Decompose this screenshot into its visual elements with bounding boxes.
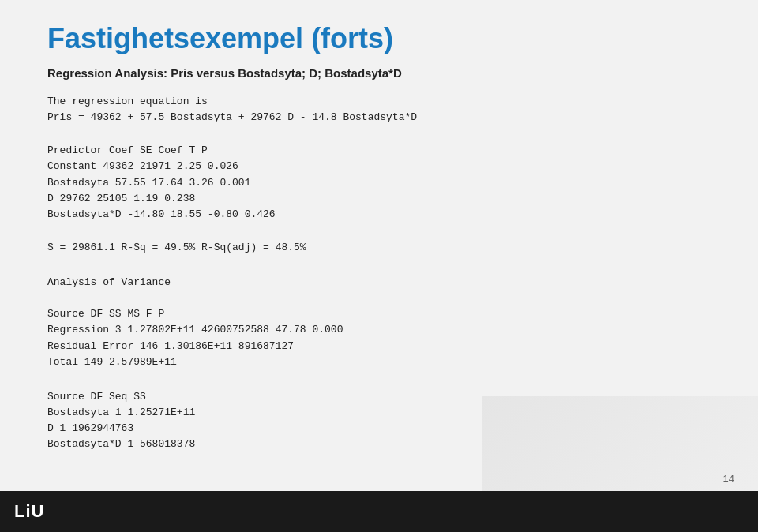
anova-row-2: Total 149 2.57989E+11 — [47, 354, 711, 370]
anova-table-header: Source DF SS MS F P — [47, 306, 711, 322]
page: Fastighetsexempel (forts) Regression Ana… — [0, 0, 758, 532]
seq-row-2: Bostadsyta*D 1 568018378 — [47, 436, 711, 452]
seq-table-header: Source DF Seq SS — [47, 389, 711, 405]
anova-section: Analysis of Variance — [47, 275, 711, 290]
predictor-table-header: Predictor Coef SE Coef T P — [47, 143, 711, 159]
regression-equation-section: The regression equation is Pris = 49362 … — [47, 94, 711, 126]
footer-bar: LiU — [0, 491, 758, 532]
stats-line: S = 29861.1 R-Sq = 49.5% R-Sq(adj) = 48.… — [47, 240, 711, 256]
predictor-row-2: D 29762 25105 1.19 0.238 — [47, 191, 711, 207]
analysis-subtitle: Regression Analysis: Pris versus Bostads… — [47, 66, 711, 80]
content-area: Fastighetsexempel (forts) Regression Ana… — [0, 0, 758, 476]
liu-logo: LiU — [14, 501, 44, 522]
stats-line-section: S = 29861.1 R-Sq = 49.5% R-Sq(adj) = 48.… — [47, 240, 711, 256]
page-number: 14 — [723, 473, 734, 485]
anova-row-0: Regression 3 1.27802E+11 42600752588 47.… — [47, 322, 711, 338]
seq-table-section: Source DF Seq SS Bostadsyta 1 1.25271E+1… — [47, 389, 711, 453]
anova-row-1: Residual Error 146 1.30186E+11 891687127 — [47, 339, 711, 354]
predictor-table-section: Predictor Coef SE Coef T P Constant 4936… — [47, 143, 711, 223]
equation-line: Pris = 49362 + 57.5 Bostadsyta + 29762 D… — [47, 110, 711, 126]
anova-header: Analysis of Variance — [47, 275, 711, 290]
predictor-row-3: Bostadsyta*D -14.80 18.55 -0.80 0.426 — [47, 207, 711, 223]
equation-header: The regression equation is — [47, 94, 711, 110]
seq-row-1: D 1 1962944763 — [47, 421, 711, 436]
predictor-row-1: Bostadsyta 57.55 17.64 3.26 0.001 — [47, 175, 711, 191]
anova-table-section: Source DF SS MS F P Regression 3 1.27802… — [47, 306, 711, 370]
page-title: Fastighetsexempel (forts) — [47, 22, 711, 55]
predictor-row-0: Constant 49362 21971 2.25 0.026 — [47, 159, 711, 174]
seq-row-0: Bostadsyta 1 1.25271E+11 — [47, 405, 711, 421]
